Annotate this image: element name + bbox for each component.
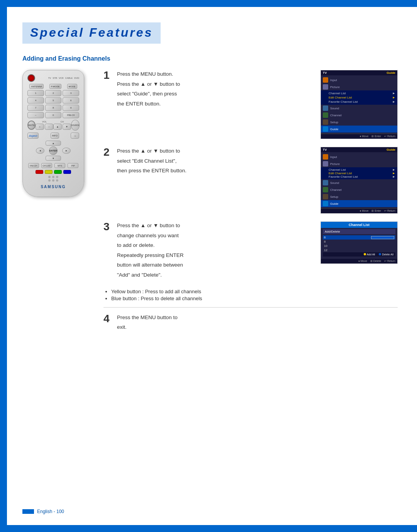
nav-right-btn[interactable]: ► <box>62 148 71 154</box>
step-3-line-1: Press the ▲ or ▼ button to <box>117 221 317 230</box>
vol-label: VOL <box>42 121 47 123</box>
channel-list-box: Channel List Add/Delete 6 8 10 <box>320 221 398 264</box>
step-2-line-3: then press the ENTER button. <box>117 167 317 175</box>
menu-1-footer: ♦ Move ⊞ Enter ↩ Return <box>321 134 397 139</box>
red-btn[interactable] <box>36 170 43 174</box>
channel-footer: ♦ Move ⊞ Delete ↩ Return <box>321 259 397 263</box>
channel-row-6: 6 <box>323 235 395 240</box>
divider <box>103 307 398 308</box>
btn-2[interactable]: 2 <box>45 90 62 96</box>
nav-down-btn[interactable]: ▼ <box>46 156 61 161</box>
aspect-button[interactable]: Aspect <box>27 133 39 139</box>
source-cable: CABLE <box>65 77 73 79</box>
tv-menu-1: TV Guide Input Picture <box>320 70 398 139</box>
btn-3[interactable]: 3 <box>63 90 79 96</box>
btn-6[interactable]: 6 <box>63 97 79 104</box>
pmode-btn[interactable]: P.MODE <box>49 84 61 89</box>
sound-label-1: Sound <box>330 107 339 110</box>
dot2 <box>52 176 54 178</box>
vol-up[interactable]: + <box>36 124 44 130</box>
enter-center-btn[interactable]: ENTER <box>49 146 58 155</box>
step-1-section: 1 Press the MENU button. Press the ▲ or … <box>103 70 398 139</box>
info-button[interactable]: INFO <box>51 133 59 139</box>
instructions-column: 1 Press the MENU button. Press the ▲ or … <box>103 70 398 333</box>
step-3-section: 3 Press the ▲ or ▼ button to change chan… <box>103 221 398 281</box>
btn-5[interactable]: 5 <box>45 97 62 104</box>
channel-list-actions: Add All Delete All <box>323 252 395 257</box>
tv-menu-2: TV Guide Input Picture <box>320 147 398 214</box>
menu-item-setup-1: Setup <box>321 119 397 126</box>
step-2-section: 2 Press the ▲ or ▼ button to select "Edi… <box>103 147 398 214</box>
channel-label-2: Channel <box>330 188 342 192</box>
setup-label-2: Setup <box>330 195 338 199</box>
source-button[interactable]: SOURCE <box>71 120 80 131</box>
vol-controls: VOL + – <box>36 121 53 130</box>
channel-row-12: 12 <box>323 248 395 252</box>
dot3 <box>56 176 58 178</box>
setup-label-1: Setup <box>330 121 338 124</box>
source-dvd: DVD <box>74 77 79 79</box>
footer-text: English - 100 <box>37 509 64 514</box>
channel-12-num: 12 <box>324 248 327 252</box>
menu-item-guide-2: Guide <box>321 200 397 207</box>
ch-label: CH <box>61 121 64 123</box>
mode-btn[interactable]: MODE <box>67 84 77 89</box>
menu-item-picture-2: Picture <box>321 160 397 167</box>
channel-list-body: Add/Delete 6 8 10 12 <box>321 228 397 259</box>
channel-6-num: 6 <box>324 236 325 239</box>
btn-4[interactable]: 4 <box>27 97 44 104</box>
mts-btn[interactable]: MTS <box>54 163 65 168</box>
chlist-btn[interactable]: CH LIST <box>41 163 52 168</box>
menu-item-input-2: Input <box>321 153 397 160</box>
btn-0[interactable]: 0 <box>45 112 62 118</box>
channel-6-bar <box>371 236 394 239</box>
pip-btn[interactable]: PIP <box>68 163 78 168</box>
guide-icon-2 <box>323 201 328 206</box>
source-vcr: VCR <box>59 77 64 79</box>
menu-item-picture-1: Picture <box>321 83 397 90</box>
step-2-line-1: Press the ▲ or ▼ button to <box>117 147 317 155</box>
btn-7[interactable]: 7 <box>27 105 44 111</box>
input-icon-1 <box>323 77 328 83</box>
delete-all-action: Delete All <box>379 253 393 256</box>
channel-8-num: 8 <box>324 240 325 243</box>
green-btn[interactable] <box>54 170 62 174</box>
channel-icon-2 <box>323 187 328 192</box>
extra-button[interactable]: ☆ <box>71 133 79 139</box>
btn-9[interactable]: 9 <box>63 105 79 111</box>
footer-return-ch: ↩ Return <box>384 260 395 263</box>
nav-left-btn[interactable]: ◄ <box>36 148 44 154</box>
antenna-btn[interactable]: ANTENNA <box>29 84 44 89</box>
menu-item-guide-1: Guide <box>321 126 397 133</box>
vol-down[interactable]: – <box>45 124 53 130</box>
remote-container: TV STB VCR CABLE DVD ANTENNA P.MODE MODE… <box>22 70 92 197</box>
guide-icon-1 <box>323 126 328 132</box>
power-button[interactable] <box>27 74 35 82</box>
mute-button[interactable]: MUTE <box>27 121 36 130</box>
nav-up-btn[interactable]: ▲ <box>46 141 61 146</box>
channel-10-num: 10 <box>324 244 327 248</box>
menu-2-tv-label: TV <box>323 148 327 151</box>
step-2-line-2: select "Edit Channel List", <box>117 157 317 165</box>
footer-move-2: ♦ Move <box>360 209 369 212</box>
menu-2-titlebar: TV Guide <box>321 147 397 152</box>
favch-btn[interactable]: FAV.CH <box>28 163 39 168</box>
step-4-text: Press the MENU button to exit. <box>117 313 398 333</box>
btn-dash[interactable]: – <box>27 112 44 118</box>
btn-prech[interactable]: PRE-CH <box>63 112 79 118</box>
btn-1[interactable]: 1 <box>27 90 44 96</box>
ch-up[interactable]: ▲ <box>53 124 62 130</box>
yellow-btn[interactable] <box>45 170 53 174</box>
source-stb: STB <box>53 77 57 79</box>
btn-8[interactable]: 8 <box>45 105 62 111</box>
footer-enter-2: ⊞ Enter <box>371 209 381 212</box>
step-1-content: 1 Press the MENU button. Press the ▲ or … <box>103 70 317 109</box>
top-bar <box>7 0 417 7</box>
step-2-num: 2 <box>103 147 111 158</box>
step-1-line-2: Press the ▲ or ▼ button to <box>117 80 317 88</box>
blue-btn[interactable] <box>63 170 71 174</box>
step-2-content: 2 Press the ▲ or ▼ button to select "Edi… <box>103 147 317 177</box>
ch-down[interactable]: ▼ <box>63 124 71 130</box>
step-1-line-1: Press the MENU button. <box>117 70 317 78</box>
dot1 <box>48 176 51 178</box>
